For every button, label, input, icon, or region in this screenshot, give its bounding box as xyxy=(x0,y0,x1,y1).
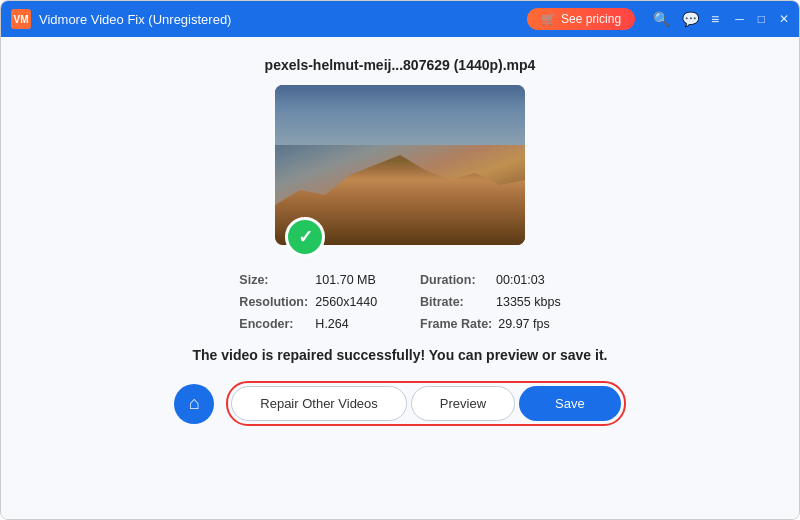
titlebar-right: 🛒 See pricing 🔍 💬 ≡ ─ □ ✕ xyxy=(527,8,789,30)
success-badge: ✓ xyxy=(285,217,325,257)
framerate-label: Frame Rate: xyxy=(420,317,492,331)
preview-button[interactable]: Preview xyxy=(411,386,515,421)
window-controls: ─ □ ✕ xyxy=(735,12,789,26)
duration-value: 00:01:03 xyxy=(496,273,545,287)
filename-label: pexels-helmut-meij...807629 (1440p).mp4 xyxy=(265,57,536,73)
resolution-value: 2560x1440 xyxy=(315,295,377,309)
framerate-value: 29.97 fps xyxy=(498,317,549,331)
titlebar-left: VM Vidmore Video Fix (Unregistered) xyxy=(11,9,231,29)
size-value: 101.70 MB xyxy=(315,273,375,287)
framerate-row: Frame Rate: 29.97 fps xyxy=(420,317,561,331)
titlebar-icons: 🔍 💬 ≡ xyxy=(653,11,719,27)
encoder-value: H.264 xyxy=(315,317,348,331)
titlebar: VM Vidmore Video Fix (Unregistered) 🛒 Se… xyxy=(1,1,799,37)
duration-label: Duration: xyxy=(420,273,490,287)
checkmark-icon: ✓ xyxy=(298,226,313,248)
home-button[interactable]: ⌂ xyxy=(174,384,214,424)
size-label: Size: xyxy=(239,273,309,287)
app-title: Vidmore Video Fix (Unregistered) xyxy=(39,12,231,27)
encoder-label: Encoder: xyxy=(239,317,309,331)
bitrate-row: Bitrate: 13355 kbps xyxy=(420,295,561,309)
main-content: pexels-helmut-meij...807629 (1440p).mp4 … xyxy=(1,37,799,520)
see-pricing-button[interactable]: 🛒 See pricing xyxy=(527,8,635,30)
duration-row: Duration: 00:01:03 xyxy=(420,273,561,287)
file-info-grid: Size: 101.70 MB Duration: 00:01:03 Resol… xyxy=(239,273,560,331)
home-icon: ⌂ xyxy=(189,393,200,414)
encoder-row: Encoder: H.264 xyxy=(239,317,380,331)
size-row: Size: 101.70 MB xyxy=(239,273,380,287)
resolution-row: Resolution: 2560x1440 xyxy=(239,295,380,309)
action-buttons-group: Repair Other Videos Preview Save xyxy=(226,381,625,426)
success-message: The video is repaired successfully! You … xyxy=(193,347,608,363)
cart-icon: 🛒 xyxy=(541,12,556,26)
menu-icon[interactable]: ≡ xyxy=(711,11,719,27)
bottom-bar: ⌂ Repair Other Videos Preview Save xyxy=(1,381,799,426)
bitrate-value: 13355 kbps xyxy=(496,295,561,309)
search-icon[interactable]: 🔍 xyxy=(653,11,670,27)
maximize-button[interactable]: □ xyxy=(758,12,765,26)
close-button[interactable]: ✕ xyxy=(779,12,789,26)
video-thumbnail-container: ✓ xyxy=(275,85,525,245)
repair-other-button[interactable]: Repair Other Videos xyxy=(231,386,407,421)
chat-icon[interactable]: 💬 xyxy=(682,11,699,27)
app-logo: VM xyxy=(11,9,31,29)
bitrate-label: Bitrate: xyxy=(420,295,490,309)
resolution-label: Resolution: xyxy=(239,295,309,309)
minimize-button[interactable]: ─ xyxy=(735,12,744,26)
save-button[interactable]: Save xyxy=(519,386,621,421)
